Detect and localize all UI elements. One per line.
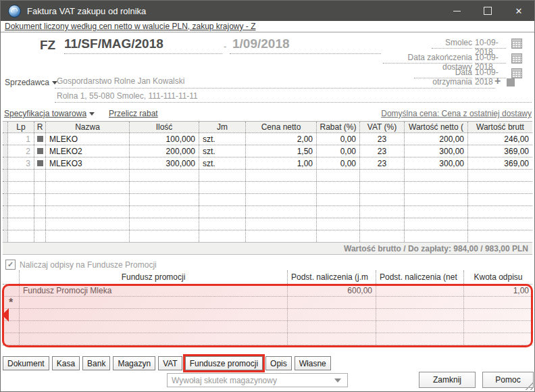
col-r[interactable]: R <box>34 122 46 132</box>
fund-base-unit[interactable]: 600,00 <box>288 285 376 296</box>
table-row[interactable]: 2 MLEKO2 200,000 szt. 1,50 0,00 23 300,0… <box>3 145 532 157</box>
doc-symbol: FZ <box>40 38 55 53</box>
row-vat[interactable]: 23 <box>360 133 405 145</box>
row-name[interactable]: MLEKO2 <box>46 145 130 157</box>
empty-row[interactable] <box>3 230 532 242</box>
seller-selector[interactable]: Sprzedawca <box>5 78 57 87</box>
tab-kasa[interactable]: Kasa <box>52 356 80 370</box>
check-icon: ✓ <box>7 260 14 269</box>
funds-checkbox[interactable]: ✓ <box>5 260 16 270</box>
col-amount[interactable]: Kwota odpisu <box>464 270 532 284</box>
recalc-discount-link[interactable]: Przelicz rabat <box>109 109 158 118</box>
col-net[interactable]: Wartość netto ( <box>405 122 468 132</box>
col-base-net[interactable]: Podst. naliczenia (net <box>376 270 464 284</box>
row-gross: 369,00 <box>468 145 532 157</box>
row-discount[interactable]: 0,00 <box>317 133 360 145</box>
warehouse-effect-select[interactable]: Wywołaj skutek magazynowy <box>167 373 348 387</box>
delivery-end-label: Data zakończenia dostawy <box>383 53 472 64</box>
empty-row[interactable] <box>3 170 532 182</box>
row-unit[interactable]: szt. <box>199 133 246 145</box>
doc-number-field[interactable]: 11/SF/MAG/2018 <box>64 36 222 54</box>
fund-name[interactable]: Fundusz Promocji Mleka <box>20 285 288 296</box>
col-price[interactable]: Cena netto <box>246 122 317 132</box>
contractor-list-button[interactable] <box>507 78 515 87</box>
bottom-tabs: Dokument Kasa Bank Magazyn VAT Fundusze … <box>3 356 331 370</box>
table-row[interactable]: 1 MLEKO 100,000 szt. 2,00 0,00 23 200,00… <box>3 133 532 145</box>
fund-amount[interactable]: 1,00 <box>464 285 532 296</box>
pomoc-button[interactable]: Pomoc <box>482 372 534 388</box>
tab-wlasne[interactable]: Własne <box>295 356 331 370</box>
warehouse-effect-value: Wywołaj skutek magazynowy <box>168 376 334 385</box>
tab-bank[interactable]: Bank <box>82 356 110 370</box>
issue-place-field[interactable]: Smolec <box>432 38 472 49</box>
seller-address-field[interactable]: Rolna 1, 55-080 Smolec, 111-111-11-11 <box>55 91 532 103</box>
row-qty[interactable]: 200,000 <box>130 145 199 157</box>
empty-row[interactable] <box>3 333 532 345</box>
gross-summary: Wartość brutto / Do zapłaty: 984,00 / 98… <box>3 242 532 255</box>
col-unit[interactable]: Jm <box>199 122 246 132</box>
empty-row[interactable] <box>3 194 532 206</box>
row-marker-icon <box>37 136 43 142</box>
row-price[interactable]: 2,00 <box>246 133 317 145</box>
tab-dokument[interactable]: Dokument <box>3 356 49 370</box>
delivery-end-calendar-icon[interactable] <box>511 53 522 64</box>
col-qty[interactable]: Ilość <box>130 122 199 132</box>
col-fund[interactable]: Fundusz promocji <box>20 270 288 284</box>
tab-opis[interactable]: Opis <box>265 356 292 370</box>
col-discount[interactable]: Rabat (%) <box>317 122 360 132</box>
window-title: Faktura VAT zakupu od rolnika <box>27 6 146 16</box>
row-discount[interactable]: 0,00 <box>317 157 360 169</box>
tab-vat[interactable]: VAT <box>158 356 182 370</box>
empty-row[interactable] <box>3 182 532 194</box>
row-price[interactable]: 1,50 <box>246 145 317 157</box>
row-vat[interactable]: 23 <box>360 157 405 169</box>
row-qty[interactable]: 300,000 <box>130 157 199 169</box>
chevron-down-icon <box>334 378 341 383</box>
row-discount[interactable]: 0,00 <box>317 145 360 157</box>
issue-date-calendar-icon[interactable] <box>511 39 522 49</box>
minimize-button[interactable] <box>441 1 472 21</box>
fund-base-net[interactable] <box>376 285 464 296</box>
col-name[interactable]: Nazwa <box>46 122 130 132</box>
tab-fundusze-promocji[interactable]: Fundusze promocji <box>185 356 263 370</box>
add-contractor-button[interactable]: + <box>494 75 501 87</box>
col-base-unit[interactable]: Podst. naliczenia (j.m <box>288 270 376 284</box>
row-qty[interactable]: 100,000 <box>130 133 199 145</box>
default-price-link[interactable]: Domyślna cena: Cena z ostatniej dostawy <box>381 109 532 118</box>
seller-label: Sprzedawca <box>5 78 49 87</box>
row-price[interactable]: 1,00 <box>246 157 317 169</box>
goods-spec-link[interactable]: Specyfikacja towarowa <box>4 109 95 118</box>
close-button[interactable]: ✕ <box>503 1 534 21</box>
doc-date-field[interactable]: 1/09/2018 <box>230 36 381 54</box>
row-net: 200,00 <box>405 133 468 145</box>
row-lp: 3 <box>8 157 34 169</box>
row-name[interactable]: MLEKO <box>46 133 130 145</box>
doc-date-separator: - <box>224 41 226 51</box>
empty-row[interactable] <box>3 218 532 230</box>
empty-row[interactable] <box>3 321 532 333</box>
row-vat[interactable]: 23 <box>360 145 405 157</box>
table-row[interactable]: 3 MLEKO3 300,000 szt. 1,00 0,00 23 300,0… <box>3 157 532 170</box>
fund-new-row[interactable]: * <box>3 297 532 309</box>
col-gross[interactable]: Wartość brutt <box>468 122 532 132</box>
row-lp: 1 <box>8 133 34 145</box>
received-calendar-icon[interactable] <box>511 68 522 78</box>
empty-row[interactable] <box>3 309 532 321</box>
col-lp[interactable]: Lp <box>8 122 34 132</box>
maximize-button[interactable] <box>472 1 503 21</box>
row-unit[interactable]: szt. <box>199 145 246 157</box>
row-unit[interactable]: szt. <box>199 157 246 169</box>
zamknij-button[interactable]: Zamknij <box>419 372 476 388</box>
document-mode-link[interactable]: Dokument liczony według cen netto w walu… <box>5 22 256 31</box>
fund-row[interactable]: Fundusz Promocji Mleka 600,00 1,00 <box>3 285 532 297</box>
row-name[interactable]: MLEKO3 <box>46 157 130 169</box>
empty-row[interactable] <box>3 206 532 218</box>
issue-date-field[interactable]: 10-09-2018 <box>475 38 506 49</box>
delivery-end-date-field[interactable]: 10-09-2018 <box>475 53 506 64</box>
window-controls: ✕ <box>441 1 534 21</box>
col-vat[interactable]: VAT (%) <box>360 122 405 132</box>
row-marker-icon <box>37 160 43 166</box>
seller-name-field[interactable]: Gospordarstwo Rolne Jan Kowalski <box>55 76 495 89</box>
tab-magazyn[interactable]: Magazyn <box>113 356 155 370</box>
row-gross: 246,00 <box>468 133 532 145</box>
